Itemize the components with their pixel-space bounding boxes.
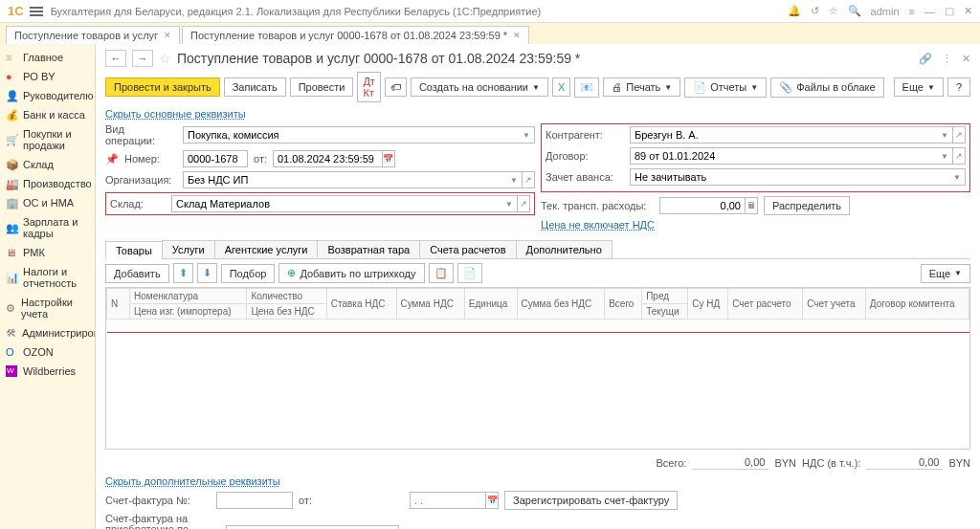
transp-field[interactable]: [659, 197, 746, 214]
sidebar-item-ozon[interactable]: ОOZON: [0, 342, 95, 362]
open-icon[interactable]: ↗: [517, 195, 530, 212]
sidebar-item-settings[interactable]: ⚙Настройки учета: [0, 293, 95, 323]
grid-more-button[interactable]: Еще ▼: [921, 264, 970, 283]
sidebar: ≡Главное ●PO BY 👤Руководителю 💰Банк и ка…: [0, 44, 96, 529]
register-sf-button[interactable]: Зарегистрировать счет-фактуру: [504, 491, 678, 510]
calc-icon[interactable]: 🖩: [745, 197, 758, 214]
tab-return[interactable]: Возвратная тара: [317, 240, 420, 258]
tab-services[interactable]: Услуги: [162, 240, 215, 258]
contract-select[interactable]: 89 от 01.01.2024▼: [630, 147, 953, 165]
vat-value: 0,00: [866, 455, 943, 470]
sidebar-item-assets[interactable]: 🏢ОС и НМА: [0, 193, 95, 212]
menu-icon[interactable]: ⋮: [942, 53, 952, 65]
tab-goods[interactable]: Товары: [105, 241, 163, 259]
open-icon[interactable]: ↗: [952, 147, 966, 165]
vat-label: НДС (в т.ч.):: [802, 457, 860, 469]
sidebar-item-production[interactable]: 🏭Производство: [0, 174, 95, 193]
table-row[interactable]: [107, 320, 969, 333]
post-and-close-button[interactable]: Провести и закрыть: [105, 77, 220, 97]
op-type-select[interactable]: Покупка, комиссия▼: [183, 126, 535, 143]
goods-grid[interactable]: N Номенклатура Количество Ставка НДС Сум…: [105, 287, 970, 450]
paste-icon[interactable]: 📄: [457, 263, 482, 283]
advance-label: Зачет аванса:: [546, 171, 624, 183]
menu-icon[interactable]: [30, 11, 43, 12]
register-sf2-button[interactable]: Зарегистрировать счет-фактуру: [226, 525, 399, 529]
close-icon[interactable]: ✕: [964, 5, 972, 17]
sidebar-item-main[interactable]: ≡Главное: [0, 48, 95, 67]
sidebar-item-rmk[interactable]: 🖥РМК: [0, 243, 95, 262]
search-icon[interactable]: 🔍: [848, 5, 861, 17]
tab-list[interactable]: Поступление товаров и услуг✕: [6, 26, 180, 44]
bell-icon[interactable]: 🔔: [788, 5, 801, 17]
restore-icon[interactable]: ▢: [945, 5, 954, 17]
reports-button[interactable]: 📄 Отчеты ▼: [684, 77, 767, 98]
document-tabs: Поступление товаров и услуг✕ Поступление…: [0, 23, 980, 44]
org-select[interactable]: Без НДС ИП▼: [183, 171, 523, 188]
date-field[interactable]: [273, 150, 383, 167]
star-icon[interactable]: ☆: [829, 5, 838, 17]
contractor-select[interactable]: Брезгун В. А.▼: [630, 126, 953, 143]
sidebar-item-warehouse[interactable]: 📦Склад: [0, 155, 95, 174]
price-no-vat-link[interactable]: Цена не включает НДС: [541, 219, 655, 231]
down-icon[interactable]: ⬇: [197, 263, 217, 283]
sidebar-item-poby[interactable]: ●PO BY: [0, 67, 95, 86]
sidebar-item-trade[interactable]: 🛒Покупки и продажи: [0, 124, 95, 155]
barcode-button[interactable]: ⊕ Добавить по штрихкоду: [278, 263, 424, 283]
history-icon[interactable]: ↺: [811, 5, 819, 17]
pin-icon[interactable]: 📌: [105, 153, 119, 165]
write-button[interactable]: Записать: [224, 77, 286, 97]
dt-kt-icon[interactable]: ДтКт: [357, 72, 381, 102]
sidebar-item-tax[interactable]: 📊Налоги и отчетность: [0, 262, 95, 293]
op-type-label: Вид операции:: [105, 123, 177, 146]
sidebar-item-salary[interactable]: 👥Зарплата и кадры: [0, 212, 95, 243]
warehouse-label: Склад:: [110, 198, 166, 209]
post-button[interactable]: Провести: [290, 77, 354, 97]
sf-date-field[interactable]: [410, 492, 486, 509]
add-button[interactable]: Добавить: [105, 264, 169, 283]
close-icon[interactable]: ✕: [164, 31, 171, 40]
tab-agent[interactable]: Агентские услуги: [214, 240, 319, 258]
calendar-icon[interactable]: 📅: [382, 150, 395, 167]
close-icon[interactable]: ✕: [513, 31, 521, 40]
link-icon[interactable]: 🔗: [919, 53, 932, 65]
sidebar-item-manager[interactable]: 👤Руководителю: [0, 86, 95, 105]
transp-label: Тек. трансп. расходы:: [541, 200, 654, 211]
select-button[interactable]: Подбор: [221, 264, 276, 283]
excel-icon[interactable]: X: [552, 77, 570, 97]
structure-icon[interactable]: 🏷: [385, 77, 407, 97]
total-value: 0,00: [692, 455, 768, 470]
hide-extra-link[interactable]: Скрыть дополнительные реквизиты: [105, 475, 280, 487]
calendar-icon[interactable]: 📅: [485, 492, 499, 509]
open-icon[interactable]: ↗: [522, 171, 535, 188]
cloud-files-button[interactable]: 📎 Файлы в облаке: [770, 77, 883, 98]
nav-back-button[interactable]: ←: [105, 50, 126, 67]
sf-num-field[interactable]: [216, 492, 293, 509]
minimize-icon[interactable]: —: [924, 6, 935, 17]
advance-select[interactable]: Не зачитывать▼: [630, 168, 966, 186]
tab-extra[interactable]: Дополнительно: [516, 240, 612, 258]
number-label: Номер:: [124, 153, 177, 165]
tab-document[interactable]: Поступление товаров и услуг 0000-1678 от…: [182, 26, 529, 44]
close-icon[interactable]: ✕: [962, 53, 970, 65]
distribute-button[interactable]: Распределить: [764, 196, 850, 215]
favorite-icon[interactable]: ☆: [159, 51, 171, 66]
more-button[interactable]: Еще ▼: [894, 77, 944, 97]
warehouse-select[interactable]: Склад Материалов▼: [171, 195, 518, 212]
up-icon[interactable]: ⬆: [173, 263, 193, 283]
create-on-button[interactable]: Создать на основании ▼: [411, 77, 548, 97]
nav-fwd-button[interactable]: →: [132, 50, 153, 67]
hide-main-link[interactable]: Скрыть основные реквизиты: [105, 108, 246, 120]
tab-accounts[interactable]: Счета расчетов: [419, 240, 516, 258]
number-field[interactable]: [183, 150, 248, 167]
user-name[interactable]: admin: [871, 6, 900, 17]
edi-icon[interactable]: 📧: [574, 77, 599, 98]
copy-icon[interactable]: 📋: [429, 263, 454, 283]
print-button[interactable]: 🖨 Печать ▼: [603, 77, 680, 97]
sidebar-item-admin[interactable]: 🛠Администрирование: [0, 323, 95, 342]
sidebar-item-bank[interactable]: 💰Банк и касса: [0, 105, 95, 124]
help-button[interactable]: ?: [947, 77, 970, 97]
sidebar-item-wb[interactable]: WWildberries: [0, 362, 95, 381]
sf-num-label: Счет-фактура №:: [105, 495, 211, 506]
open-icon[interactable]: ↗: [952, 126, 966, 143]
settings-icon[interactable]: ≡: [909, 6, 915, 17]
